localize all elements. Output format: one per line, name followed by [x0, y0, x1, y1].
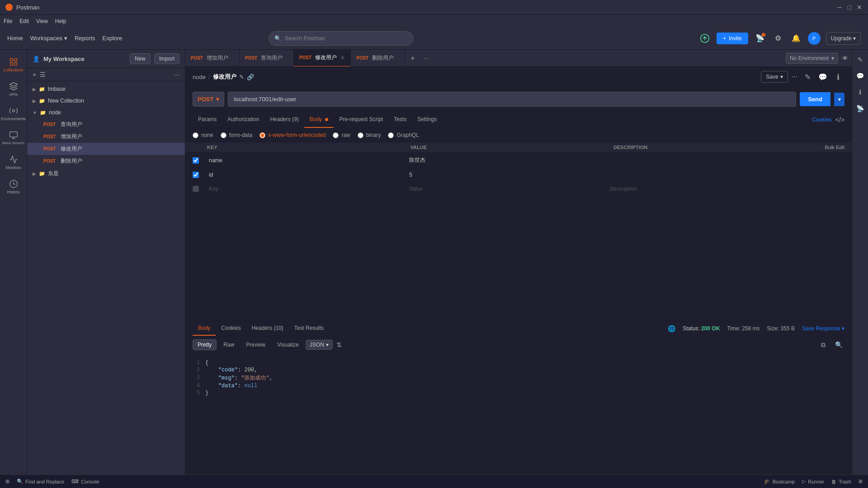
workspace-selector[interactable]: 👤 My Workspace	[33, 56, 85, 62]
resp-tab-headers[interactable]: Headers (10)	[246, 321, 289, 336]
bottom-layout-icon[interactable]: ⊞	[5, 479, 9, 484]
tab-tests[interactable]: Tests	[388, 112, 412, 128]
collection-dongxing[interactable]: ▶ 📁 东星	[27, 167, 185, 180]
tab-query-user[interactable]: POST 查询用户	[240, 50, 294, 67]
radio-none[interactable]: none	[193, 132, 213, 138]
row-checkbox[interactable]	[193, 157, 199, 164]
maximize-button[interactable]: □	[846, 4, 853, 10]
right-satellite-icon[interactable]: 📡	[854, 102, 867, 115]
row-checkbox[interactable]	[193, 172, 199, 178]
right-edit-icon[interactable]: ✎	[854, 53, 867, 66]
import-button[interactable]: Import	[154, 53, 179, 64]
menu-file[interactable]: File	[4, 18, 12, 24]
collection-lmbase[interactable]: ▶ 📁 lmbase	[27, 83, 185, 95]
sync-icon[interactable]	[698, 32, 711, 45]
request-edit-user[interactable]: POST 修改用户	[27, 143, 185, 155]
radio-urlencoded[interactable]: x-www-form-urlencoded	[259, 132, 326, 138]
tab-add-user[interactable]: POST 增加用户	[185, 50, 240, 67]
find-replace-item[interactable]: 🔍 Find and Replace	[17, 479, 64, 484]
tab-headers[interactable]: Headers (9)	[264, 112, 304, 128]
row-description-placeholder[interactable]: Description	[608, 184, 808, 194]
titlebar-controls[interactable]: ─ □ ✕	[836, 4, 863, 10]
filter-icon[interactable]: ☰	[40, 71, 46, 78]
filter-icon[interactable]: ⇅	[336, 341, 342, 348]
info-icon[interactable]: ℹ	[832, 70, 844, 83]
nav-explore[interactable]: Explore	[103, 35, 123, 42]
format-icon[interactable]: ✎	[801, 70, 814, 83]
sidebar-item-environments[interactable]: Environments	[2, 102, 25, 125]
satellite-icon[interactable]: 📡	[754, 32, 766, 45]
tab-authorization[interactable]: Authorization	[222, 112, 264, 128]
tab-body[interactable]: Body	[304, 112, 334, 128]
nav-reports[interactable]: Reports	[75, 35, 95, 42]
request-more-icon[interactable]: ···	[792, 73, 797, 81]
settings-icon[interactable]: ⚙	[772, 32, 784, 45]
tab-overflow-icon[interactable]: ···	[420, 55, 432, 61]
method-select[interactable]: POST ▾	[193, 92, 224, 107]
request-delete-user[interactable]: POST 删除用户	[27, 155, 185, 167]
radio-raw[interactable]: raw	[333, 132, 350, 138]
grid-icon[interactable]: ⊞	[859, 479, 863, 484]
comment-icon[interactable]: 💬	[816, 70, 829, 83]
edit-icon[interactable]: ✎	[239, 74, 244, 80]
radio-form-data[interactable]: form-data	[221, 132, 252, 138]
radio-graphql[interactable]: GraphQL	[388, 132, 419, 138]
tab-close-icon[interactable]: ✕	[340, 55, 345, 61]
tab-pre-request-script[interactable]: Pre-request Script	[334, 112, 388, 128]
resp-body-tab-preview[interactable]: Preview	[241, 339, 270, 350]
json-format-select[interactable]: JSON ▾	[306, 340, 333, 350]
link-icon[interactable]: 🔗	[247, 74, 254, 80]
nav-home[interactable]: Home	[7, 35, 23, 42]
sidebar-item-mock-servers[interactable]: Mock Servers	[2, 127, 25, 149]
close-button[interactable]: ✕	[856, 4, 863, 10]
tab-settings[interactable]: Settings	[412, 112, 442, 128]
tab-add-icon[interactable]: +	[405, 54, 420, 62]
sidebar-item-monitors[interactable]: Monitors	[2, 151, 25, 174]
sidebar-item-collections[interactable]: Collections	[2, 53, 25, 76]
eye-icon[interactable]: 👁	[842, 55, 848, 62]
request-query-user[interactable]: POST 查询用户	[27, 118, 185, 131]
right-comment-icon[interactable]: 💬	[854, 70, 867, 82]
profile-icon[interactable]: P	[808, 32, 821, 45]
runner-item[interactable]: ▷ Runner	[802, 479, 824, 484]
radio-binary[interactable]: binary	[358, 132, 381, 138]
code-button[interactable]: </>	[835, 116, 844, 123]
resp-body-tab-visualize[interactable]: Visualize	[272, 339, 304, 350]
bootcamp-item[interactable]: 🎓 Bootcamp	[764, 479, 795, 484]
send-dropdown-button[interactable]: ▾	[834, 93, 844, 106]
nav-workspaces[interactable]: Workspaces ▾	[30, 35, 67, 42]
menu-edit[interactable]: Edit	[19, 18, 29, 24]
resp-tab-cookies[interactable]: Cookies	[216, 321, 246, 336]
menu-help[interactable]: Help	[55, 18, 66, 24]
collection-new[interactable]: ▶ 📁 New Collection	[27, 95, 185, 107]
tab-edit-user[interactable]: POST 修改用户 ✕	[294, 50, 351, 67]
save-response-button[interactable]: Save Response ▾	[802, 325, 844, 332]
copy-icon[interactable]: ⧉	[817, 339, 829, 351]
search-response-icon[interactable]: 🔍	[833, 339, 844, 351]
right-info-icon[interactable]: ℹ	[854, 86, 867, 99]
request-add-user[interactable]: POST 增加用户	[27, 131, 185, 143]
bulk-edit-button[interactable]: Bulk Edit	[825, 145, 844, 150]
upgrade-button[interactable]: Upgrade ▾	[826, 32, 861, 45]
invite-button[interactable]: + Invite	[717, 33, 748, 44]
url-input[interactable]	[228, 92, 796, 107]
table-more-icon[interactable]: ···	[817, 144, 821, 150]
resp-tab-test-results[interactable]: Test Results	[289, 321, 329, 336]
new-button[interactable]: New	[130, 53, 151, 64]
minimize-button[interactable]: ─	[836, 4, 843, 10]
env-selector[interactable]: No Environment ▾	[786, 53, 838, 64]
row-key-placeholder[interactable]: Key	[207, 184, 407, 194]
row-checkbox[interactable]	[193, 186, 199, 192]
save-button[interactable]: Save ▾	[761, 71, 788, 83]
console-item[interactable]: ⌨ Console	[71, 479, 99, 484]
resp-body-tab-pretty[interactable]: Pretty	[193, 339, 217, 350]
resp-body-tab-raw[interactable]: Raw	[218, 339, 239, 350]
sidebar-item-apis[interactable]: APIs	[2, 78, 25, 100]
row-value-placeholder[interactable]: Value	[407, 184, 608, 194]
notification-icon[interactable]: 🔔	[790, 32, 802, 45]
search-bar[interactable]: 🔍 Search Postman	[269, 31, 413, 46]
send-button[interactable]: Send	[800, 92, 830, 106]
tab-delete-user[interactable]: POST 删除用户	[351, 50, 405, 67]
tab-params[interactable]: Params	[193, 112, 222, 128]
more-options-icon[interactable]: ···	[174, 71, 179, 78]
